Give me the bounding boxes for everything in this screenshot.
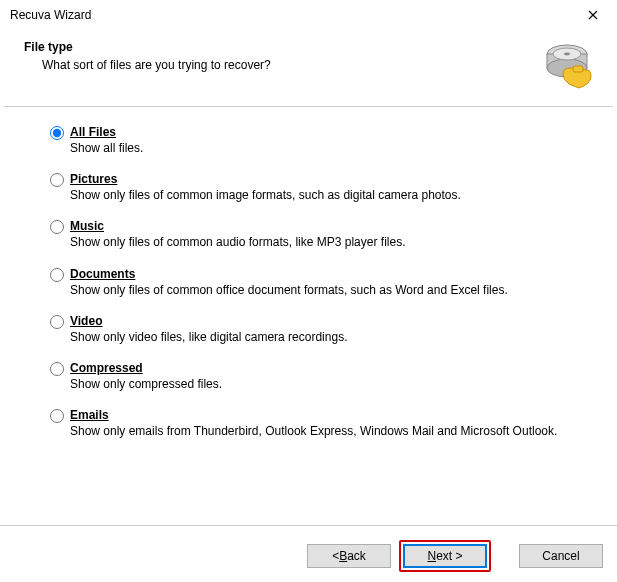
option-video: Video Show only video files, like digita… bbox=[50, 314, 571, 345]
option-emails: Emails Show only emails from Thunderbird… bbox=[50, 408, 571, 439]
window-title: Recuva Wizard bbox=[10, 8, 91, 22]
close-icon bbox=[588, 10, 598, 20]
options-panel: All Files Show all files. Pictures Show … bbox=[0, 107, 617, 525]
option-label[interactable]: Emails bbox=[70, 408, 571, 422]
cancel-button[interactable]: Cancel bbox=[519, 544, 603, 568]
option-desc: Show only video files, like digital came… bbox=[70, 329, 571, 345]
option-label[interactable]: All Files bbox=[70, 125, 571, 139]
wizard-header: File type What sort of files are you try… bbox=[0, 30, 617, 106]
svg-rect-5 bbox=[573, 66, 583, 72]
radio-music[interactable] bbox=[50, 220, 64, 234]
radio-all-files[interactable] bbox=[50, 126, 64, 140]
next-button[interactable]: Next > bbox=[403, 544, 487, 568]
next-highlight: Next > bbox=[399, 540, 491, 572]
option-label[interactable]: Music bbox=[70, 219, 571, 233]
radio-emails[interactable] bbox=[50, 409, 64, 423]
option-label[interactable]: Pictures bbox=[70, 172, 571, 186]
close-button[interactable] bbox=[573, 1, 613, 29]
radio-video[interactable] bbox=[50, 315, 64, 329]
option-documents: Documents Show only files of common offi… bbox=[50, 267, 571, 298]
option-label[interactable]: Documents bbox=[70, 267, 571, 281]
wizard-footer: < Back Next > Cancel bbox=[0, 525, 617, 572]
option-all-files: All Files Show all files. bbox=[50, 125, 571, 156]
radio-pictures[interactable] bbox=[50, 173, 64, 187]
option-pictures: Pictures Show only files of common image… bbox=[50, 172, 571, 203]
option-desc: Show only emails from Thunderbird, Outlo… bbox=[70, 423, 571, 439]
option-music: Music Show only files of common audio fo… bbox=[50, 219, 571, 250]
back-button[interactable]: < Back bbox=[307, 544, 391, 568]
radio-documents[interactable] bbox=[50, 268, 64, 282]
svg-point-4 bbox=[564, 53, 570, 56]
option-desc: Show only compressed files. bbox=[70, 376, 571, 392]
page-title: File type bbox=[24, 40, 271, 54]
option-label[interactable]: Compressed bbox=[70, 361, 571, 375]
radio-compressed[interactable] bbox=[50, 362, 64, 376]
hard-drive-icon bbox=[543, 40, 595, 92]
titlebar: Recuva Wizard bbox=[0, 0, 617, 30]
page-subtitle: What sort of files are you trying to rec… bbox=[42, 58, 271, 72]
option-desc: Show only files of common image formats,… bbox=[70, 187, 571, 203]
header-text: File type What sort of files are you try… bbox=[24, 40, 271, 72]
option-label[interactable]: Video bbox=[70, 314, 571, 328]
option-desc: Show all files. bbox=[70, 140, 571, 156]
option-compressed: Compressed Show only compressed files. bbox=[50, 361, 571, 392]
option-desc: Show only files of common office documen… bbox=[70, 282, 571, 298]
option-desc: Show only files of common audio formats,… bbox=[70, 234, 571, 250]
